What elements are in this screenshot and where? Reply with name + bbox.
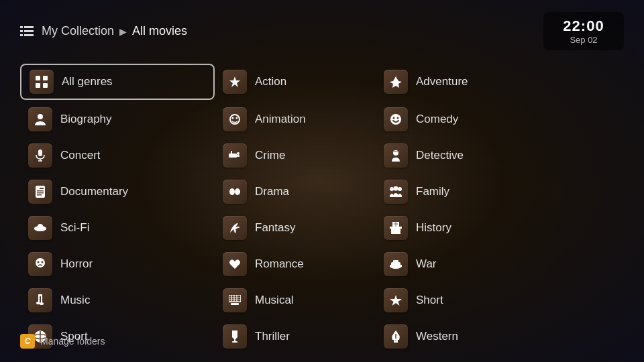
manage-folders-button[interactable]: C — [20, 334, 35, 349]
collection-link[interactable]: My Collection — [42, 24, 114, 38]
genre-item-history[interactable]: History — [376, 211, 537, 245]
svg-rect-72 — [232, 341, 237, 343]
adventure-icon — [384, 70, 408, 94]
genre-item-documentary[interactable]: Documentary — [20, 175, 215, 208]
svg-rect-25 — [394, 152, 398, 152]
drama-icon — [223, 180, 247, 204]
svg-point-15 — [393, 117, 395, 119]
genre-label-crime: Crime — [255, 149, 285, 162]
svg-point-34 — [390, 187, 394, 191]
svg-rect-9 — [43, 83, 48, 88]
svg-rect-29 — [37, 190, 44, 192]
genre-item-musical[interactable]: Musical — [215, 284, 376, 317]
svg-point-47 — [36, 258, 45, 267]
svg-point-12 — [232, 117, 234, 119]
svg-point-48 — [38, 261, 40, 263]
genre-item-comedy[interactable]: Comedy — [376, 103, 537, 136]
genre-item-sci-fi[interactable]: Sci-Fi — [20, 211, 215, 245]
svg-point-32 — [229, 188, 235, 195]
genre-item-western[interactable]: Western — [376, 320, 537, 353]
genre-item-romance[interactable]: Romance — [215, 247, 376, 281]
music-icon — [28, 288, 52, 312]
grid-icon — [30, 70, 54, 94]
genre-item-concert[interactable]: Concert — [20, 139, 215, 172]
breadcrumb-separator: ▶ — [119, 26, 127, 37]
svg-marker-67 — [390, 295, 402, 306]
short-icon — [384, 288, 408, 312]
svg-point-24 — [393, 150, 398, 156]
svg-rect-6 — [36, 76, 40, 80]
genre-label-romance: Romance — [255, 257, 304, 271]
genre-item-biography[interactable]: Biography — [20, 103, 215, 136]
svg-rect-2 — [20, 34, 23, 36]
header: My Collection ▶ All movies 22:00 Sep 02 — [0, 0, 644, 57]
breadcrumb: My Collection ▶ All movies — [20, 24, 187, 38]
genre-item-animation[interactable]: Animation — [215, 103, 376, 136]
footer: C Manage folders — [20, 334, 105, 349]
genre-label-horror: Horror — [60, 257, 93, 271]
genre-item-thriller[interactable]: Thriller — [215, 320, 376, 353]
svg-rect-21 — [237, 155, 239, 157]
svg-rect-1 — [20, 30, 23, 32]
crime-icon — [223, 143, 247, 168]
genre-label-adventure: Adventure — [416, 75, 468, 88]
svg-point-36 — [398, 187, 402, 191]
svg-rect-53 — [390, 265, 393, 267]
genre-label-family: Family — [416, 185, 449, 198]
clock-time: 22:00 — [557, 17, 610, 35]
doc-icon — [28, 180, 52, 204]
genre-label-short: Short — [416, 294, 443, 307]
genre-item-family[interactable]: Family — [376, 175, 537, 208]
genre-label-fantasy: Fantasy — [255, 221, 295, 235]
svg-rect-26 — [36, 186, 45, 198]
genre-item-horror[interactable]: Horror — [20, 247, 215, 281]
history-icon — [384, 216, 408, 240]
svg-rect-28 — [37, 188, 40, 189]
genre-item-short[interactable]: Short — [376, 284, 537, 317]
genre-label-documentary: Documentary — [60, 185, 128, 198]
svg-rect-31 — [37, 194, 42, 196]
genre-item-war[interactable]: War — [376, 247, 537, 281]
person-icon — [28, 107, 52, 131]
list-icon — [20, 26, 34, 37]
svg-rect-52 — [393, 260, 398, 263]
genre-label-animation: Animation — [255, 113, 306, 126]
svg-rect-60 — [229, 295, 241, 302]
svg-point-16 — [397, 117, 399, 119]
action-icon — [223, 70, 247, 94]
family-icon — [384, 180, 408, 204]
genre-label-music: Music — [60, 294, 90, 307]
genre-label-drama: Drama — [255, 185, 289, 198]
genre-label-action: Action — [255, 75, 286, 88]
clock-date: Sep 02 — [557, 35, 610, 45]
svg-point-22 — [237, 152, 239, 155]
genre-item-all-genres[interactable]: All genres — [20, 64, 215, 100]
genre-label-history: History — [416, 221, 451, 235]
genre-item-music[interactable]: Music — [20, 284, 215, 317]
genre-label-war: War — [416, 257, 437, 271]
clock-widget: 22:00 Sep 02 — [543, 12, 624, 50]
svg-rect-5 — [24, 34, 34, 36]
svg-point-49 — [42, 261, 44, 263]
genre-item-action[interactable]: Action — [215, 64, 376, 100]
genre-label-biography: Biography — [60, 113, 112, 126]
genre-item-adventure[interactable]: Adventure — [376, 64, 537, 100]
genre-item-crime[interactable]: Crime — [215, 139, 376, 172]
western-icon — [384, 324, 408, 349]
svg-rect-57 — [38, 294, 42, 296]
musical-icon — [223, 288, 247, 312]
animation-icon — [223, 107, 247, 131]
genre-item-detective[interactable]: Detective — [376, 139, 537, 172]
scifi-icon — [28, 216, 52, 240]
genre-label-sci-fi: Sci-Fi — [60, 221, 89, 235]
svg-rect-66 — [231, 303, 239, 305]
svg-rect-17 — [38, 149, 42, 156]
svg-rect-4 — [24, 30, 34, 32]
svg-rect-30 — [37, 192, 44, 194]
romance-icon — [223, 252, 247, 276]
genre-item-fantasy[interactable]: Fantasy — [215, 211, 376, 245]
svg-rect-23 — [231, 151, 232, 154]
genre-item-drama[interactable]: Drama — [215, 175, 376, 208]
thriller-icon — [223, 324, 247, 349]
genre-label-detective: Detective — [416, 149, 464, 162]
